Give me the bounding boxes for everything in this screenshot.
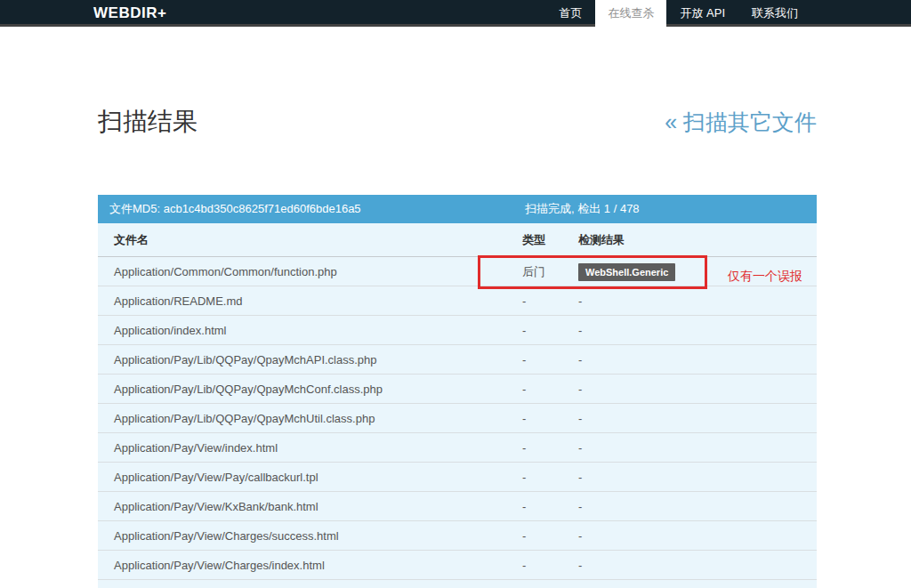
cell-file: Application/Pay/View/Charges/success.htm…: [114, 521, 339, 551]
nav-item-contact-us[interactable]: 联系我们: [738, 0, 811, 29]
cell-type: -: [522, 316, 526, 345]
table-row: Application/Pay/View/Pay/callbackurl.tpl…: [98, 463, 817, 492]
cell-result: -: [578, 492, 582, 521]
top-navbar: WEBDIR+ 首页 在线查杀 开放 API 联系我们: [0, 0, 911, 27]
cell-result: -: [578, 433, 582, 463]
cell-file: Application/index.html: [114, 316, 226, 345]
cell-type: -: [522, 286, 526, 316]
annotation-note: 仅有一个误报: [728, 269, 802, 285]
scan-summary-bar: 文件MD5: acb1c4bd350c8625f71ed60f6bde16a5 …: [98, 195, 817, 223]
table-row: Application/Pay/View/KxBank/bank.html - …: [98, 492, 817, 521]
table-body: Application/Common/Common/function.php 后…: [98, 257, 817, 580]
cell-result: -: [578, 286, 582, 316]
cell-result: -: [578, 463, 582, 492]
table-body-wrap: 文件名 类型 检测结果 Application/Common/Common/fu…: [98, 223, 817, 588]
cell-type: -: [522, 492, 526, 521]
cell-result: -: [578, 375, 582, 404]
cell-type: -: [522, 404, 526, 433]
table-row: Application/README.md - -: [98, 286, 817, 316]
cell-file: Application/README.md: [114, 286, 243, 316]
nav-item-home[interactable]: 首页: [545, 0, 595, 29]
cell-result: -: [578, 521, 582, 551]
cell-file: Application/Pay/View/Pay/callbackurl.tpl: [114, 463, 318, 492]
cell-file: Application/Pay/Lib/QQPay/QpayMchConf.cl…: [114, 375, 383, 404]
cell-file: Application/Pay/View/KxBank/bank.html: [114, 492, 318, 521]
cell-file: Application/Pay/Lib/QQPay/QpayMchAPI.cla…: [114, 345, 377, 375]
nav-item-open-api[interactable]: 开放 API: [666, 0, 738, 29]
cell-type: -: [522, 521, 526, 551]
cell-type: -: [522, 551, 526, 580]
scan-status-text: 扫描完成, 检出 1 / 478: [525, 195, 640, 223]
cell-type: -: [522, 375, 526, 404]
cell-result: -: [578, 345, 582, 375]
cell-result: -: [578, 551, 582, 580]
cell-file: Application/Pay/View/index.html: [114, 433, 278, 463]
cell-file: Application/Pay/Lib/QQPay/QpayMchUtil.cl…: [114, 404, 375, 433]
nav-menu: 首页 在线查杀 开放 API 联系我们: [545, 0, 811, 29]
cell-file: Application/Pay/View/Charges/index.html: [114, 551, 325, 580]
cell-result: -: [578, 316, 582, 345]
table-row: Application/index.html - -: [98, 316, 817, 345]
scan-other-files-link[interactable]: « 扫描其它文件: [665, 108, 817, 137]
cell-type: 后门: [522, 257, 545, 286]
table-row: Application/Common/Common/function.php 后…: [98, 257, 817, 286]
cell-file: Application/Common/Common/function.php: [114, 257, 337, 286]
column-header-type: 类型: [522, 223, 545, 257]
brand-logo[interactable]: WEBDIR+: [93, 0, 166, 27]
file-md5-text: 文件MD5: acb1c4bd350c8625f71ed60f6bde16a5: [109, 195, 361, 223]
column-header-result: 检测结果: [578, 223, 625, 257]
table-row: Application/Pay/Lib/QQPay/QpayMchUtil.cl…: [98, 404, 817, 433]
table-header-row: 文件名 类型 检测结果: [98, 223, 817, 257]
scan-result-table: 文件MD5: acb1c4bd350c8625f71ed60f6bde16a5 …: [98, 195, 817, 588]
table-row: Application/Pay/Lib/QQPay/QpayMchAPI.cla…: [98, 345, 817, 375]
table-row: Application/Pay/View/index.html - -: [98, 433, 817, 463]
table-row: Application/Pay/Lib/QQPay/QpayMchConf.cl…: [98, 375, 817, 404]
cell-result: -: [578, 404, 582, 433]
column-header-filename: 文件名: [114, 223, 149, 257]
cell-type: -: [522, 463, 526, 492]
nav-item-online-scan[interactable]: 在线查杀: [595, 0, 666, 29]
cell-type: -: [522, 345, 526, 375]
table-row: Application/Pay/View/Charges/success.htm…: [98, 521, 817, 551]
cell-result: WebShell.Generic: [578, 263, 675, 281]
page-title: 扫描结果: [98, 105, 198, 139]
cell-type: -: [522, 433, 526, 463]
heading-row: 扫描结果 « 扫描其它文件: [98, 105, 817, 139]
table-row: Application/Pay/View/Charges/index.html …: [98, 551, 817, 580]
